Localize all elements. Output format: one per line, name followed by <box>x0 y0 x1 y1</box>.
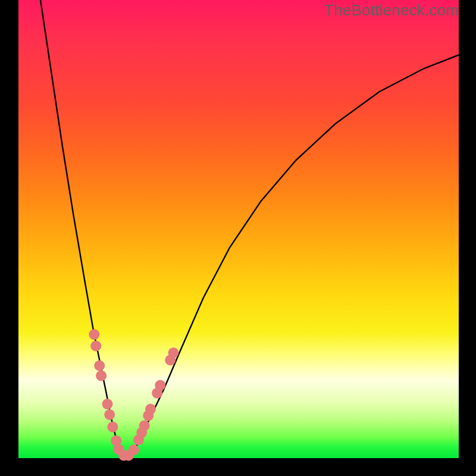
watermark-text: TheBottleneck.com <box>324 1 459 20</box>
data-marker <box>96 370 107 381</box>
data-marker <box>102 399 113 409</box>
data-marker <box>129 444 139 455</box>
data-marker <box>145 404 156 415</box>
data-markers <box>89 329 178 461</box>
bottleneck-curve <box>40 0 459 456</box>
data-marker <box>104 409 115 420</box>
data-marker <box>107 422 118 433</box>
data-marker <box>155 380 165 391</box>
data-marker <box>168 347 179 358</box>
bottleneck-plot <box>18 0 459 458</box>
data-marker <box>89 329 99 340</box>
data-marker <box>94 361 105 371</box>
data-marker <box>90 340 101 351</box>
chart-frame: TheBottleneck.com <box>18 0 459 458</box>
data-marker <box>139 420 150 431</box>
